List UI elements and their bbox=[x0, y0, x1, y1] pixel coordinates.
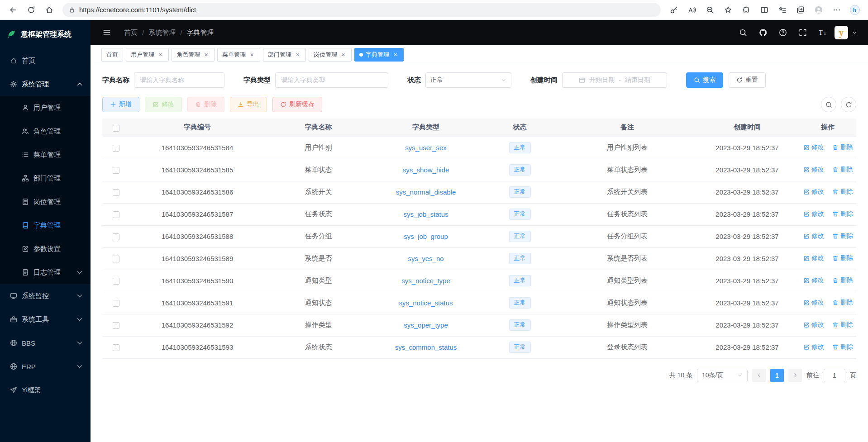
sidebar-item-role[interactable]: 角色管理 bbox=[0, 119, 91, 143]
row-edit-button[interactable]: 修改 bbox=[803, 143, 824, 152]
row-checkbox[interactable] bbox=[113, 300, 119, 307]
fullscreen-icon[interactable] bbox=[795, 24, 811, 41]
sidebar-item-system[interactable]: 系统管理 bbox=[0, 72, 91, 96]
favorite-star-icon[interactable] bbox=[720, 2, 737, 18]
goto-page-input[interactable] bbox=[824, 369, 845, 382]
row-checkbox[interactable] bbox=[113, 344, 119, 351]
row-checkbox[interactable] bbox=[113, 189, 119, 196]
row-checkbox[interactable] bbox=[113, 167, 119, 174]
sidebar-item-dict[interactable]: 字典管理 bbox=[0, 214, 91, 237]
user-avatar[interactable]: y bbox=[835, 26, 848, 39]
font-size-icon[interactable]: TT bbox=[815, 24, 831, 41]
sidebar-item-tool[interactable]: 系统工具 bbox=[0, 308, 91, 331]
sidebar-item-menu[interactable]: 菜单管理 bbox=[0, 143, 91, 166]
row-delete-button[interactable]: 删除 bbox=[832, 299, 853, 307]
collections-icon[interactable] bbox=[792, 2, 809, 18]
row-delete-button[interactable]: 删除 bbox=[832, 254, 853, 262]
dict-type-link[interactable]: sys_common_status bbox=[395, 343, 457, 351]
refresh-cache-button[interactable]: 刷新缓存 bbox=[272, 97, 322, 112]
toggle-search-button[interactable] bbox=[821, 97, 836, 112]
row-edit-button[interactable]: 修改 bbox=[803, 232, 824, 240]
row-edit-button[interactable]: 修改 bbox=[803, 210, 824, 218]
tab-角色管理[interactable]: 角色管理× bbox=[172, 48, 215, 62]
prev-page-button[interactable] bbox=[752, 369, 766, 382]
row-delete-button[interactable]: 删除 bbox=[832, 143, 853, 152]
row-delete-button[interactable]: 删除 bbox=[832, 232, 853, 240]
dict-type-link[interactable]: sys_notice_status bbox=[399, 299, 453, 307]
password-key-icon[interactable] bbox=[665, 2, 682, 18]
row-edit-button[interactable]: 修改 bbox=[803, 254, 824, 262]
read-aloud-icon[interactable] bbox=[683, 2, 701, 18]
row-edit-button[interactable]: 修改 bbox=[803, 166, 824, 174]
sidebar-item-erp[interactable]: ERP bbox=[0, 355, 91, 378]
browser-back-icon[interactable] bbox=[5, 2, 22, 18]
add-button[interactable]: 新增 bbox=[102, 97, 139, 112]
reset-button[interactable]: 重置 bbox=[729, 72, 766, 88]
close-icon[interactable]: × bbox=[157, 51, 164, 58]
github-icon[interactable] bbox=[755, 24, 771, 41]
row-checkbox[interactable] bbox=[113, 256, 119, 262]
close-icon[interactable]: × bbox=[392, 51, 399, 58]
row-edit-button[interactable]: 修改 bbox=[803, 188, 824, 196]
url-text[interactable]: https://ccnetcore.com:1101/system/dict bbox=[79, 6, 196, 14]
sidebar-item-bbs[interactable]: BBS bbox=[0, 331, 91, 355]
dict-type-link[interactable]: sys_normal_disable bbox=[396, 188, 456, 196]
sidebar-item-monitor[interactable]: 系统监控 bbox=[0, 284, 91, 308]
row-delete-button[interactable]: 删除 bbox=[832, 276, 853, 285]
dict-type-link[interactable]: sys_oper_type bbox=[404, 321, 448, 329]
row-delete-button[interactable]: 删除 bbox=[832, 343, 853, 351]
avatar-caret-icon[interactable] bbox=[852, 30, 857, 35]
favorites-bar-icon[interactable] bbox=[774, 2, 791, 18]
bing-chat-icon[interactable]: b bbox=[846, 2, 863, 18]
row-checkbox[interactable] bbox=[113, 211, 119, 218]
tab-首页[interactable]: 首页 bbox=[101, 48, 123, 62]
tab-用户管理[interactable]: 用户管理× bbox=[126, 48, 169, 62]
sidebar-item-post[interactable]: 岗位管理 bbox=[0, 190, 91, 214]
dict-type-link[interactable]: sys_user_sex bbox=[405, 144, 447, 152]
close-icon[interactable]: × bbox=[248, 51, 255, 58]
dict-type-input[interactable] bbox=[275, 72, 388, 88]
row-edit-button[interactable]: 修改 bbox=[803, 343, 824, 351]
select-all-checkbox[interactable] bbox=[113, 125, 119, 132]
dict-type-link[interactable]: sys_job_status bbox=[403, 210, 448, 218]
tab-字典管理[interactable]: 字典管理× bbox=[354, 48, 404, 62]
tab-部门管理[interactable]: 部门管理× bbox=[263, 48, 306, 62]
browser-home-icon[interactable] bbox=[41, 2, 58, 18]
close-icon[interactable]: × bbox=[203, 51, 210, 58]
sidebar-item-user[interactable]: 用户管理 bbox=[0, 96, 91, 119]
breadcrumb-item[interactable]: 系统管理 bbox=[148, 29, 176, 37]
dict-type-link[interactable]: sys_yes_no bbox=[408, 255, 444, 262]
row-delete-button[interactable]: 删除 bbox=[832, 166, 853, 174]
menu-fold-icon[interactable] bbox=[99, 24, 115, 41]
refresh-table-button[interactable] bbox=[841, 97, 856, 112]
profile-avatar-icon[interactable] bbox=[810, 2, 827, 18]
sidebar-item-home[interactable]: 首页 bbox=[0, 49, 91, 72]
dict-type-link[interactable]: sys_notice_type bbox=[401, 277, 450, 285]
row-delete-button[interactable]: 删除 bbox=[832, 188, 853, 196]
dict-type-link[interactable]: sys_show_hide bbox=[403, 166, 449, 174]
status-select[interactable]: 正常 bbox=[425, 72, 511, 88]
row-edit-button[interactable]: 修改 bbox=[803, 321, 824, 329]
date-range-picker[interactable]: 开始日期 - 结束日期 bbox=[562, 72, 667, 88]
extensions-icon[interactable] bbox=[738, 2, 755, 18]
row-edit-button[interactable]: 修改 bbox=[803, 299, 824, 307]
sidebar-item-config[interactable]: 参数设置 bbox=[0, 237, 91, 261]
current-page[interactable]: 1 bbox=[770, 369, 784, 382]
tab-岗位管理[interactable]: 岗位管理× bbox=[309, 48, 352, 62]
dict-type-link[interactable]: sys_job_group bbox=[404, 233, 448, 240]
search-button[interactable]: 搜索 bbox=[686, 72, 723, 88]
zoom-out-icon[interactable] bbox=[701, 2, 719, 18]
header-search-icon[interactable] bbox=[735, 24, 751, 41]
address-bar[interactable]: https://ccnetcore.com:1101/system/dict bbox=[62, 3, 661, 17]
row-checkbox[interactable] bbox=[113, 322, 119, 329]
row-edit-button[interactable]: 修改 bbox=[803, 276, 824, 285]
row-checkbox[interactable] bbox=[113, 233, 119, 240]
edit-button[interactable]: 修改 bbox=[145, 97, 182, 112]
export-button[interactable]: 导出 bbox=[230, 97, 267, 112]
page-size-select[interactable]: 10条/页 bbox=[697, 369, 748, 382]
browser-menu-icon[interactable] bbox=[828, 2, 845, 18]
dict-name-input[interactable] bbox=[134, 72, 224, 88]
delete-button[interactable]: 删除 bbox=[187, 97, 224, 112]
row-checkbox[interactable] bbox=[113, 278, 119, 285]
split-screen-icon[interactable] bbox=[756, 2, 773, 18]
